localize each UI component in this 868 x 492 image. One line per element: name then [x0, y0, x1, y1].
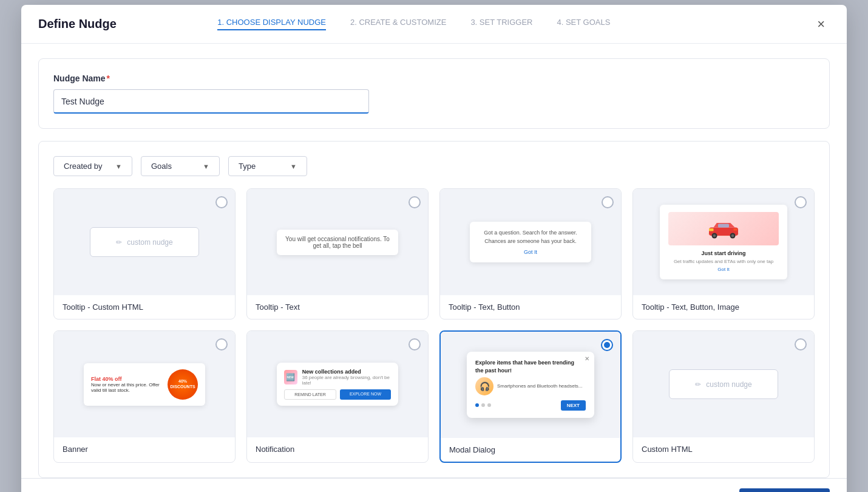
tooltip-text-preview: You will get occasional notifications. T… [277, 230, 398, 255]
step-3[interactable]: 3. SET TRIGGER [470, 18, 532, 30]
radio-tooltip-text-button[interactable] [602, 196, 614, 208]
dot-2 [481, 403, 485, 407]
nudge-card-label-3: Tooltip - Text, Button [440, 295, 621, 319]
banner-preview: Flat 40% off Now or never at this price.… [84, 363, 205, 406]
goals-filter[interactable]: Goals ▼ [141, 156, 220, 176]
radio-tooltip-custom-html[interactable] [215, 196, 228, 208]
nudge-name-label: Nudge Name* [53, 73, 815, 83]
radio-tooltip-text[interactable] [409, 196, 421, 208]
nudge-card-label-4: Tooltip - Text, Button, Image [633, 295, 814, 319]
pencil-icon-2 [695, 380, 701, 389]
modal-title: Define Nudge [38, 17, 117, 31]
notif-btn-explore[interactable]: EXPLORE NOW [340, 389, 391, 400]
tbi-content: Just start driving Get traffic updates a… [668, 250, 779, 272]
notif-btn-remind[interactable]: REMIND LATER [284, 389, 336, 400]
nudge-card-tooltip-text-button[interactable]: Got a question. Search for the answer. C… [439, 188, 622, 319]
dialog-close-icon: ✕ [585, 355, 589, 362]
radio-tooltip-text-button-image[interactable] [795, 196, 807, 208]
chevron-down-icon: ▼ [203, 163, 209, 170]
nudge-grid: custom nudge Tooltip - Custom HTML You w… [53, 188, 815, 463]
dialog-image: 🎧 [475, 377, 493, 395]
car-icon [705, 216, 742, 241]
step-4[interactable]: 4. SET GOALS [557, 18, 611, 30]
svg-point-3 [713, 234, 716, 237]
notif-buttons: REMIND LATER EXPLORE NOW [284, 389, 391, 400]
nudge-card-tooltip-text-button-image[interactable]: Just start driving Get traffic updates a… [632, 188, 815, 319]
notif-title-text: New collections added 36 people are alre… [302, 369, 391, 386]
modal-overlay: Define Nudge 1. CHOOSE DISPLAY NUDGE 2. … [0, 0, 868, 492]
step-2[interactable]: 2. CREATE & CUSTOMIZE [350, 18, 446, 30]
modal-header: Define Nudge 1. CHOOSE DISPLAY NUDGE 2. … [21, 5, 847, 44]
nudge-preview-tooltip-text-button: Got a question. Search for the answer. C… [440, 189, 621, 295]
notif-header: 🆕 New collections added 36 people are al… [284, 369, 391, 386]
created-by-filter[interactable]: Created by ▼ [53, 156, 132, 176]
notification-preview: 🆕 New collections added 36 people are al… [277, 363, 398, 406]
custom2-html-label: custom nudge [706, 380, 751, 389]
dialog-footer: NEXT [475, 400, 586, 411]
steps-nav: 1. CHOOSE DISPLAY NUDGE 2. CREATE & CUST… [217, 18, 610, 30]
notif-icon: 🆕 [284, 370, 297, 384]
tbi-title: Just start driving [668, 250, 779, 256]
dialog-body: Smartphones and Bluetooth headsets... [497, 383, 583, 389]
svg-point-5 [731, 234, 734, 237]
banner-desc: Now or never at this price. Offer valid … [91, 382, 161, 393]
nudge-card-notification[interactable]: 🆕 New collections added 36 people are al… [246, 330, 429, 463]
tooltip-tb-button: Got It [478, 249, 583, 255]
tooltip-tb-preview: Got a question. Search for the answer. C… [470, 222, 591, 262]
radio-modal-dialog[interactable] [601, 339, 613, 351]
filters-row: Created by ▼ Goals ▼ Type ▼ [53, 156, 815, 176]
svg-rect-8 [734, 228, 737, 231]
nudge-card-label-2: Tooltip - Text [247, 295, 428, 319]
pencil-icon [116, 237, 122, 247]
radio-banner[interactable] [215, 338, 228, 350]
nudge-preview-modal-dialog: ✕ Explore items that have been trending … [441, 332, 620, 438]
nudge-card-tooltip-text[interactable]: You will get occasional notifications. T… [246, 188, 429, 319]
dot-1 [475, 403, 479, 407]
dialog-title: Explore items that have been trending th… [475, 359, 586, 374]
tbi-link: Got It [668, 267, 779, 272]
type-filter[interactable]: Type ▼ [228, 156, 307, 176]
nudge-preview-banner: Flat 40% off Now or never at this price.… [54, 331, 235, 437]
dialog-preview: ✕ Explore items that have been trending … [467, 352, 594, 417]
custom2-html-preview: custom nudge [669, 369, 778, 399]
required-star: * [107, 73, 110, 83]
dialog-next-button[interactable]: NEXT [561, 400, 586, 411]
nudge-name-input[interactable] [53, 89, 369, 114]
nudge-card-custom-html-2[interactable]: custom nudge Custom HTML [632, 330, 815, 463]
radio-notification[interactable] [409, 338, 421, 350]
nudge-card-modal-dialog[interactable]: ✕ Explore items that have been trending … [439, 330, 622, 463]
banner-badge: 40% DISCOUNTS [168, 369, 198, 400]
continue-button[interactable]: CONTINUE [739, 488, 830, 492]
nudge-card-label-1: Tooltip - Custom HTML [54, 295, 235, 319]
dialog-image-row: 🎧 Smartphones and Bluetooth headsets... [475, 377, 586, 395]
notif-title: New collections added [302, 369, 391, 375]
tbi-image [668, 212, 779, 245]
nudge-card-label-5: Banner [54, 437, 235, 461]
radio-custom-html-2[interactable] [795, 338, 807, 350]
define-nudge-modal: Define Nudge 1. CHOOSE DISPLAY NUDGE 2. … [21, 5, 847, 492]
tbi-desc: Get traffic updates and ETAs with only o… [668, 258, 779, 265]
step-1[interactable]: 1. CHOOSE DISPLAY NUDGE [217, 18, 326, 30]
banner-text: Flat 40% off Now or never at this price.… [91, 376, 161, 393]
banner-flat-text: Flat 40% off [91, 376, 161, 382]
chevron-down-icon: ▼ [115, 163, 122, 170]
custom-html-label: custom nudge [127, 238, 172, 247]
nudge-preview-tooltip-text: You will get occasional notifications. T… [247, 189, 428, 295]
nudge-card-banner[interactable]: Flat 40% off Now or never at this price.… [53, 330, 236, 463]
svg-rect-7 [709, 228, 714, 231]
svg-rect-6 [718, 224, 729, 228]
nudge-preview-tooltip-text-button-image: Just start driving Get traffic updates a… [633, 189, 814, 295]
notif-subtitle: 36 people are already browsing, don't be… [302, 375, 391, 386]
tooltip-tbi-preview: Just start driving Get traffic updates a… [660, 205, 787, 279]
close-button[interactable]: × [812, 15, 830, 33]
custom-html-preview: custom nudge [90, 227, 199, 257]
tooltip-text-content: You will get occasional notifications. T… [285, 236, 390, 249]
modal-footer: Step 1 of 4 CONTINUE [21, 478, 847, 492]
tooltip-tb-text: Got a question. Search for the answer. C… [478, 229, 583, 245]
nudge-card-label-6: Notification [247, 437, 428, 461]
nudge-type-section: Created by ▼ Goals ▼ Type ▼ [38, 141, 830, 478]
dialog-dots [475, 403, 491, 407]
nudge-card-tooltip-custom-html[interactable]: custom nudge Tooltip - Custom HTML [53, 188, 236, 319]
nudge-card-label-8: Custom HTML [633, 437, 814, 461]
dot-3 [487, 403, 491, 407]
